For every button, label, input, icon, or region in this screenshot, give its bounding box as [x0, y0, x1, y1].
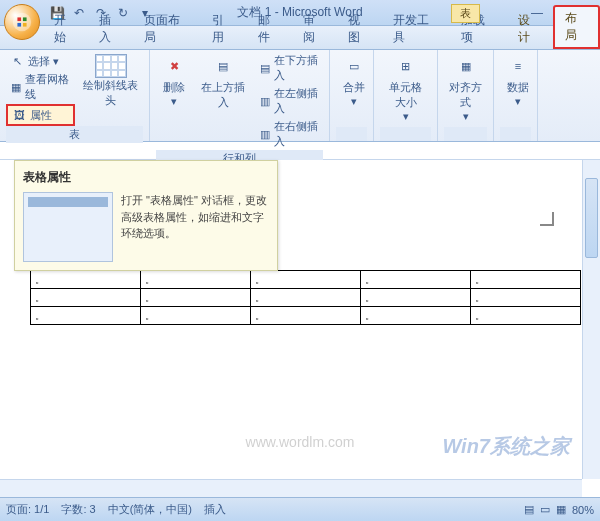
table-grid-icon [95, 54, 127, 78]
cell-size-button[interactable]: ⊞单元格大小▾ [380, 52, 431, 127]
view-reading-icon[interactable]: ▭ [540, 503, 550, 516]
view-gridlines-button[interactable]: ▦查看网格线 [6, 71, 75, 103]
merge-icon: ▭ [342, 54, 366, 78]
context-tab-header: 表 [451, 4, 480, 23]
chevron-down-icon: ▾ [351, 95, 357, 108]
tab-page-layout[interactable]: 页面布局 [134, 9, 200, 49]
grid-icon: ▦ [9, 79, 22, 95]
office-button[interactable] [4, 4, 40, 40]
view-web-icon[interactable]: ▦ [556, 503, 566, 516]
insert-left-button[interactable]: ▥在左侧插入 [255, 85, 323, 117]
tooltip: 表格属性 打开 "表格属性" 对话框，更改高级表格属性，如缩进和文字环绕选项。 [14, 160, 278, 271]
insert-below-button[interactable]: ▤在下方插入 [255, 52, 323, 84]
tab-developer[interactable]: 开发工具 [383, 9, 449, 49]
tooltip-description: 打开 "表格属性" 对话框，更改高级表格属性，如缩进和文字环绕选项。 [121, 192, 269, 262]
svg-rect-1 [17, 17, 21, 21]
svg-rect-4 [23, 23, 27, 27]
status-words[interactable]: 字数: 3 [61, 502, 95, 517]
view-print-layout-icon[interactable]: ▤ [524, 503, 534, 516]
insert-right-icon: ▥ [258, 126, 271, 142]
insert-right-button[interactable]: ▥在右侧插入 [255, 118, 323, 150]
status-zoom[interactable]: 80% [572, 504, 594, 516]
merge-button[interactable]: ▭合并▾ [336, 52, 372, 127]
delete-button[interactable]: ✖ 删除 ▾ [156, 52, 192, 150]
table-row: 。。。。。 [31, 271, 581, 289]
vertical-scrollbar[interactable] [582, 160, 600, 479]
svg-rect-3 [17, 23, 21, 27]
svg-rect-2 [23, 17, 27, 21]
status-language[interactable]: 中文(简体，中国) [108, 502, 192, 517]
chevron-down-icon: ▾ [463, 110, 469, 123]
tooltip-thumbnail [23, 192, 113, 262]
draw-diagonal-header-button[interactable]: 绘制斜线表头 [79, 52, 144, 126]
page-corner-mark [540, 212, 554, 226]
chevron-down-icon: ▾ [515, 95, 521, 108]
insert-above-button[interactable]: ▤ 在上方插入 [196, 52, 251, 150]
chevron-down-icon: ▾ [53, 55, 59, 68]
scrollbar-thumb[interactable] [585, 178, 598, 258]
statusbar: 页面: 1/1 字数: 3 中文(简体，中国) 插入 ▤ ▭ ▦ 80% [0, 497, 600, 521]
tab-home[interactable]: 开始 [44, 9, 87, 49]
data-button[interactable]: ≡数据▾ [500, 52, 536, 127]
chevron-down-icon: ▾ [171, 95, 177, 108]
watermark: Win7系统之家 [442, 433, 570, 460]
delete-icon: ✖ [162, 54, 186, 78]
properties-icon: 🖼 [11, 107, 27, 123]
cursor-icon: ↖ [9, 53, 25, 69]
insert-above-icon: ▤ [211, 54, 235, 78]
tab-insert[interactable]: 插入 [89, 9, 132, 49]
table-row: 。。。。。 [31, 289, 581, 307]
table-row: 。。。。。 [31, 307, 581, 325]
tab-design[interactable]: 设计 [508, 9, 551, 49]
alignment-button[interactable]: ▦对齐方式▾ [444, 52, 487, 127]
svg-point-0 [13, 13, 31, 31]
group-table-label: 表 [6, 126, 143, 143]
chevron-down-icon: ▾ [403, 110, 409, 123]
tab-layout[interactable]: 布局 [553, 5, 600, 49]
select-button[interactable]: ↖选择 ▾ [6, 52, 75, 70]
data-icon: ≡ [506, 54, 530, 78]
url-watermark: www.wordlm.com [246, 434, 355, 450]
horizontal-scrollbar[interactable] [0, 479, 582, 497]
ribbon: ↖选择 ▾ ▦查看网格线 🖼属性 绘制斜线表头 表 ✖ 删除 ▾ ▤ 在上方插入 [0, 50, 600, 142]
insert-below-icon: ▤ [258, 60, 271, 76]
table[interactable]: 。。。。。 。。。。。 。。。。。 [30, 270, 581, 325]
ribbon-tabs: 开始 插入 页面布局 引用 邮件 审阅 视图 开发工具 加载项 设计 布局 [0, 26, 600, 50]
cell-size-icon: ⊞ [394, 54, 418, 78]
insert-left-icon: ▥ [258, 93, 271, 109]
alignment-icon: ▦ [454, 54, 478, 78]
status-page[interactable]: 页面: 1/1 [6, 502, 49, 517]
status-mode[interactable]: 插入 [204, 502, 226, 517]
document-area[interactable]: 表格属性 打开 "表格属性" 对话框，更改高级表格属性，如缩进和文字环绕选项。 … [0, 160, 600, 490]
properties-button[interactable]: 🖼属性 [6, 104, 75, 126]
tooltip-title: 表格属性 [23, 169, 269, 186]
window-title: 文档 1 - Microsoft Word [237, 4, 362, 21]
